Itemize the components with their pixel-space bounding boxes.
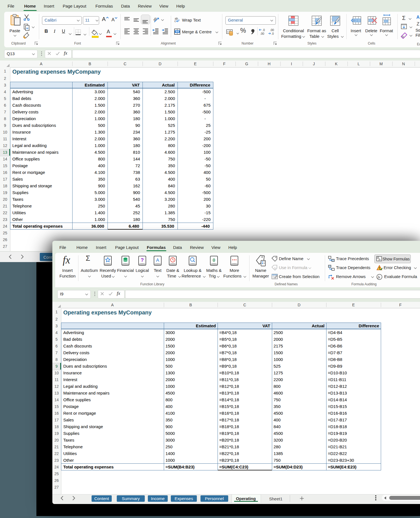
- svg-text:fx: fx: [274, 267, 276, 270]
- svg-text:.00: .00: [270, 29, 274, 32]
- svg-text:fx: fx: [378, 275, 380, 279]
- svg-text:?: ?: [141, 257, 144, 263]
- svg-text:.0: .0: [271, 32, 274, 35]
- svg-text:.00: .00: [260, 32, 264, 35]
- svg-text:A: A: [156, 258, 159, 263]
- svg-text:θ: θ: [213, 258, 215, 263]
- svg-text:c: c: [174, 19, 176, 23]
- svg-text:C: C: [227, 31, 229, 33]
- svg-text:fx: fx: [379, 258, 381, 261]
- svg-text:.0: .0: [262, 29, 265, 32]
